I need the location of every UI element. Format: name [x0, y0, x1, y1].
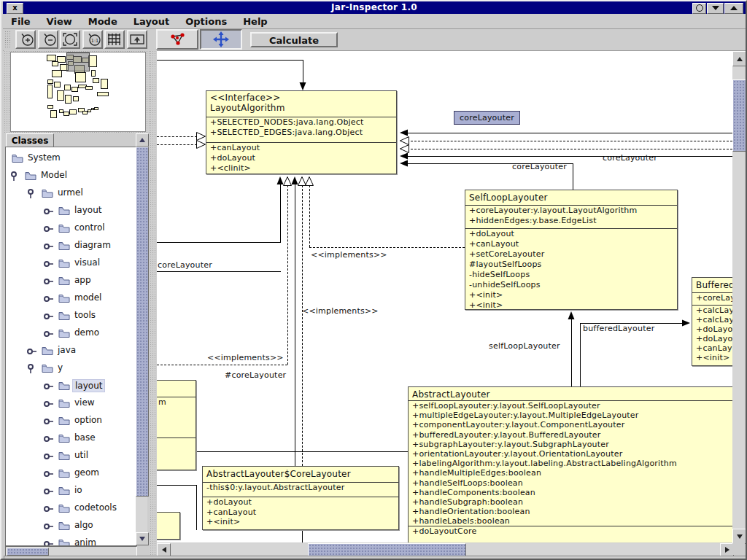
move-mode-toggle[interactable] [200, 29, 242, 50]
title-bar[interactable]: Jar-Inspector 1.0 x [3, 1, 746, 14]
tree-item-app[interactable]: app [6, 274, 136, 289]
tree-item-visual[interactable]: visual [6, 257, 136, 271]
class-method: -unhideSelfLoops [465, 280, 677, 290]
canvas-hscroll-left-button[interactable] [157, 543, 171, 556]
tree-item-layout[interactable]: layout [6, 379, 136, 394]
tree-handle-collapsed-icon[interactable] [43, 224, 55, 234]
class-node-AbstractLayouter$CoreLayouter[interactable]: AbstractLayouter$CoreLayouter-this$0:y.l… [202, 466, 399, 530]
tree-handle-expanded-icon[interactable] [9, 171, 18, 182]
tree-handle-collapsed-icon[interactable] [43, 539, 55, 546]
fit-content-button[interactable] [60, 30, 80, 49]
edge-label[interactable]: coreLayouter [158, 260, 212, 270]
menu-help[interactable]: Help [235, 15, 275, 27]
tree-handle-collapsed-icon[interactable] [43, 469, 55, 479]
tree-vscroll-thumb[interactable] [136, 147, 149, 497]
tree-item-base[interactable]: base [6, 432, 136, 446]
tree-item-geom[interactable]: geom [6, 467, 136, 481]
tree-item-algo[interactable]: algo [6, 519, 136, 534]
tree-item-view[interactable]: view [6, 397, 136, 411]
edge-label[interactable]: bufferedLayouter [583, 324, 654, 333]
menu-layout[interactable]: Layout [125, 15, 178, 27]
menu-file[interactable]: File [3, 15, 39, 27]
tree-item-layout[interactable]: layout [6, 204, 136, 219]
tree-item-model[interactable]: model [6, 292, 136, 306]
tree-item-io[interactable]: io [6, 484, 136, 499]
tree-handle-expanded-icon[interactable] [26, 188, 35, 200]
tree-handle-collapsed-icon[interactable] [43, 399, 55, 409]
tree-item-diagram[interactable]: diagram [6, 239, 136, 254]
tree-handle-collapsed-icon[interactable] [43, 329, 55, 339]
class-node-AbstractLayouter[interactable]: AbstractLayouter+selfLoopLayouter:y.layo… [408, 386, 732, 542]
window-restore-button[interactable] [724, 3, 743, 14]
tree-handle-collapsed-icon[interactable] [43, 451, 55, 462]
scroll-corner [732, 543, 745, 555]
class-node-SelfLoopLayouter[interactable]: SelfLoopLayouter+coreLayouter:y.layout.L… [465, 190, 678, 310]
tree-handle-collapsed-icon[interactable] [43, 521, 55, 532]
zoom-out-button[interactable] [38, 30, 58, 49]
tree-item-System[interactable]: System [6, 152, 136, 166]
tree-handle-collapsed-icon[interactable] [43, 434, 55, 444]
window-dot-button[interactable] [692, 3, 706, 14]
canvas-vscroll-thumb[interactable] [732, 79, 746, 152]
tree-handle-expanded-icon[interactable] [26, 363, 35, 375]
canvas-hscroll-thumb[interactable] [308, 543, 466, 556]
class-node-clipped[interactable]: m [157, 380, 196, 470]
tree-handle-collapsed-icon[interactable] [43, 259, 55, 269]
selected-edge-label[interactable]: coreLayouter [454, 111, 520, 125]
tree-item-option[interactable]: option [6, 414, 136, 429]
menu-options[interactable]: Options [177, 15, 235, 27]
class-node-Buffered[interactable]: Buffered+coreLay+calcLay+calcLay+doLayo+… [692, 277, 732, 366]
tree-handle-collapsed-icon[interactable] [43, 381, 55, 392]
tree-handle-collapsed-icon[interactable] [43, 206, 55, 217]
tree-handle-collapsed-icon[interactable] [26, 346, 38, 357]
edge-label[interactable]: selfLoopLayouter [489, 341, 560, 351]
tree-item-demo[interactable]: demo [6, 327, 136, 341]
tree-handle-collapsed-icon[interactable] [43, 504, 55, 514]
export-button[interactable] [127, 30, 147, 49]
tree-item-tools[interactable]: tools [6, 309, 136, 324]
overview-node [54, 82, 61, 88]
tree-hscroll-thumb[interactable] [7, 548, 49, 556]
window-shade-down-button[interactable] [707, 3, 724, 14]
grid-button[interactable] [104, 30, 125, 49]
tree-item-Model[interactable]: Model [6, 169, 136, 184]
tree-vscroll-up-button[interactable] [136, 133, 149, 147]
tree-handle-collapsed-icon[interactable] [43, 241, 55, 252]
tree-vscroll-down-button[interactable] [136, 532, 149, 545]
tree-item-control[interactable]: control [6, 222, 136, 236]
window-close-button[interactable]: x [7, 3, 23, 14]
tree-item-codetools[interactable]: codetools [6, 502, 136, 516]
canvas-vscroll-up-button[interactable] [732, 51, 746, 66]
tree-item-java[interactable]: java [6, 344, 136, 359]
zoom-actual-button[interactable]: 1:1 [82, 30, 103, 49]
class-node-LayoutAlgorithm[interactable]: <<Interface>>LayoutAlgorithm+SELECTED_NO… [206, 90, 397, 174]
toolbar-grip[interactable] [4, 31, 12, 48]
panel-splitter[interactable] [150, 50, 157, 559]
tree-item-urmel[interactable]: urmel [6, 187, 136, 201]
zoom-in-button[interactable] [15, 30, 36, 49]
canvas-vscroll-down-button[interactable] [732, 529, 746, 544]
calculate-layout-button[interactable]: Calculate Layout [250, 32, 338, 47]
overview-viewport[interactable] [66, 52, 90, 71]
diagram-canvas[interactable]: <<Interface>>LayoutAlgorithm+SELECTED_NO… [157, 51, 732, 542]
tree-handle-collapsed-icon[interactable] [43, 486, 55, 497]
edge-label[interactable]: <<implements>> [311, 250, 387, 260]
tree-item-label: algo [72, 519, 96, 531]
edge-label[interactable]: <<implements>> [302, 306, 379, 316]
edge-label[interactable]: <<implements>> [207, 353, 284, 362]
tree-handle-collapsed-icon[interactable] [43, 276, 55, 287]
tree-item-y[interactable]: y [6, 362, 136, 376]
class-node-clipped[interactable] [157, 512, 180, 540]
tree-handle-collapsed-icon[interactable] [43, 311, 55, 322]
graph-mode-toggle[interactable] [156, 29, 198, 50]
tree-item-anim[interactable]: anim [6, 537, 136, 546]
tree-item-util[interactable]: util [6, 449, 136, 464]
edge-line [287, 185, 288, 365]
edge-label[interactable]: #coreLayouter [225, 370, 286, 380]
menu-mode[interactable]: Mode [80, 15, 125, 27]
edge-label[interactable]: coreLayouter [603, 153, 657, 163]
tree-handle-collapsed-icon[interactable] [43, 416, 55, 427]
menu-view[interactable]: View [39, 15, 80, 27]
tree-handle-collapsed-icon[interactable] [43, 294, 55, 304]
edge-label[interactable]: coreLayouter [512, 162, 567, 171]
